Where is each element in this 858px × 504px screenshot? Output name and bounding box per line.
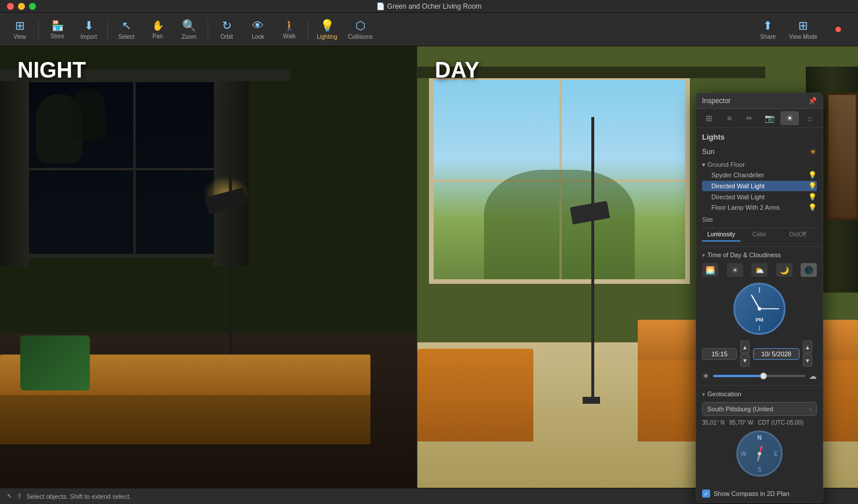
time-icon-sun[interactable]: ☀ (727, 263, 743, 277)
toolbar-select[interactable]: ↖ Select (111, 15, 141, 44)
lights-directed-wall-2[interactable]: Directed Wall Light 💡 (702, 192, 817, 202)
wall-light-2-icon: 💡 (808, 193, 817, 201)
lights-floor-lamp[interactable]: Floor Lamp With 2 Arms 💡 (702, 202, 817, 213)
titlebar: 📄 Green and Ocher Living Room (0, 0, 858, 13)
inspector-titlebar: Inspector 📌 (696, 93, 823, 109)
walk-icon: 🚶 (283, 20, 296, 32)
compass-container: N S E W (702, 430, 817, 477)
clock-north: | (759, 287, 761, 293)
pin-button[interactable]: 📌 (808, 97, 817, 105)
geo-lon: 85,70° W (729, 419, 753, 426)
clock-pm: PM (755, 317, 764, 323)
time-chevron: ▾ (702, 252, 705, 258)
share-icon: ⬆ (763, 19, 773, 32)
lights-directed-wall-1[interactable]: Directed Wall Light 💡 (702, 181, 817, 191)
toolbar: ⊞ View 🏪 Store ⬇ Import ↖ Select ✋ Pan 🔍… (0, 13, 858, 46)
lc-onoff[interactable]: On|Off (779, 228, 817, 242)
lights-spyder-chandelier[interactable]: Spyder Chandelier 💡 (702, 170, 817, 180)
sun-icon: ☀ (809, 147, 817, 156)
time-icon-sunrise[interactable]: 🌅 (702, 263, 718, 277)
scene-night: NIGHT (0, 46, 417, 488)
lc-luminosity[interactable]: Luminosity (702, 228, 740, 242)
maximize-button[interactable] (29, 3, 36, 10)
toolbar-store[interactable]: 🏪 Store (42, 15, 72, 44)
time-icon-cloudy[interactable]: ⛅ (751, 263, 768, 277)
tab-layers[interactable]: ≡ (720, 111, 739, 125)
date-down-btn[interactable]: ▼ (803, 354, 812, 367)
clock-dial[interactable]: | | PM (733, 283, 786, 335)
toolbar-pan[interactable]: ✋ Pan (143, 15, 173, 44)
toolbar-viewmode[interactable]: ⊞ View Mode (784, 15, 822, 44)
toolbar-lighting[interactable]: 💡 Lighting (312, 15, 342, 44)
render-icon: ● (834, 21, 842, 36)
title-icon: 📄 (376, 2, 387, 10)
compass-checkbox[interactable]: ✓ (702, 490, 710, 498)
cursor-icon: ↖ (7, 492, 12, 500)
lighting-icon: 💡 (320, 19, 335, 32)
tab-objects[interactable]: ⊞ (700, 111, 719, 125)
toolbar-look[interactable]: 👁 Look (243, 15, 273, 44)
cloud-cloud-icon: ☁ (809, 371, 817, 381)
inspector-tabs: ⊞ ≡ ✏ 📷 ☀ ⌂ (696, 109, 823, 128)
geo-chevron: ▾ (702, 391, 705, 397)
cloud-slider-thumb (760, 372, 767, 379)
shift-icon: ⇧ (17, 492, 22, 500)
time-up-btn[interactable]: ▲ (740, 341, 750, 353)
tab-materials[interactable]: ✏ (740, 111, 759, 125)
tab-camera[interactable]: 📷 (760, 111, 779, 125)
time-down-btn[interactable]: ▼ (740, 354, 750, 367)
date-up-btn[interactable]: ▲ (803, 341, 812, 353)
compass-south: S (758, 466, 762, 473)
toolbar-orbit[interactable]: ↻ Orbit (212, 15, 242, 44)
time-icons: 🌅 ☀ ⛅ 🌙 🌑 (702, 263, 817, 277)
geo-section: ▾ Geolocation South Pittsburg (United › … (696, 385, 823, 487)
separator-1 (38, 19, 39, 40)
toolbar-view[interactable]: ⊞ View (5, 15, 35, 44)
minimize-button[interactable] (18, 3, 25, 10)
geo-dropdown-arrow: › (809, 406, 812, 412)
toolbar-collisions[interactable]: ⬡ Collisions (343, 15, 377, 44)
separator-3 (208, 19, 208, 40)
inspector-title: Inspector (702, 97, 730, 105)
lc-color[interactable]: Color (740, 228, 779, 242)
lights-section: Lights Sun ☀ ▾ Ground Floor Spyder Chand… (696, 128, 823, 246)
toolbar-import[interactable]: ⬇ Import (74, 15, 104, 44)
compass-checkbox-row: ✓ Show Compass in 2D Plan (696, 487, 823, 502)
compass: N S E W (736, 430, 783, 477)
zoom-icon: 🔍 (182, 19, 197, 32)
tab-lighting[interactable]: ☀ (780, 111, 799, 125)
cloud-slider[interactable] (713, 375, 805, 377)
import-icon: ⬇ (84, 19, 94, 32)
close-button[interactable] (7, 3, 14, 10)
store-icon: 🏪 (52, 20, 64, 32)
toolbar-render[interactable]: ● (823, 15, 853, 44)
lights-header: Lights (702, 133, 817, 141)
window-title: 📄 Green and Ocher Living Room (376, 2, 481, 10)
cloud-slider-row: ☀ ☁ (702, 371, 817, 381)
time-section-title: ▾ Time of Day & Cloudiness (702, 251, 817, 258)
clock-minute-hand (759, 308, 779, 309)
date-input[interactable] (753, 348, 799, 360)
compass-west: W (741, 451, 746, 457)
viewmode-icon: ⊞ (798, 19, 808, 32)
look-icon: 👁 (252, 19, 264, 32)
toolbar-zoom[interactable]: 🔍 Zoom (174, 15, 204, 44)
compass-checkbox-label: Show Compass in 2D Plan (714, 490, 790, 497)
geo-dropdown[interactable]: South Pittsburg (United › (702, 402, 817, 416)
toolbar-share[interactable]: ⬆ Share (753, 15, 783, 44)
time-icon-night[interactable]: 🌑 (801, 263, 817, 277)
time-section: ▾ Time of Day & Cloudiness 🌅 ☀ ⛅ 🌙 🌑 | |… (696, 246, 823, 385)
clock-center (758, 307, 761, 311)
tab-home[interactable]: ⌂ (800, 111, 819, 125)
lights-site[interactable]: Site (702, 215, 817, 224)
pan-icon: ✋ (152, 20, 164, 32)
time-icon-moon[interactable]: 🌙 (776, 263, 792, 277)
geo-location-text: South Pittsburg (United (707, 406, 773, 412)
toolbar-walk[interactable]: 🚶 Walk (274, 15, 304, 44)
select-icon: ↖ (122, 19, 132, 32)
lights-item-sun[interactable]: Sun ☀ (702, 146, 817, 158)
ground-floor-label: ▾ Ground Floor (702, 161, 745, 169)
toolbar-right: ⬆ Share ⊞ View Mode ● (753, 15, 853, 44)
lights-ground-floor[interactable]: ▾ Ground Floor (702, 160, 817, 170)
time-input[interactable] (702, 348, 737, 360)
